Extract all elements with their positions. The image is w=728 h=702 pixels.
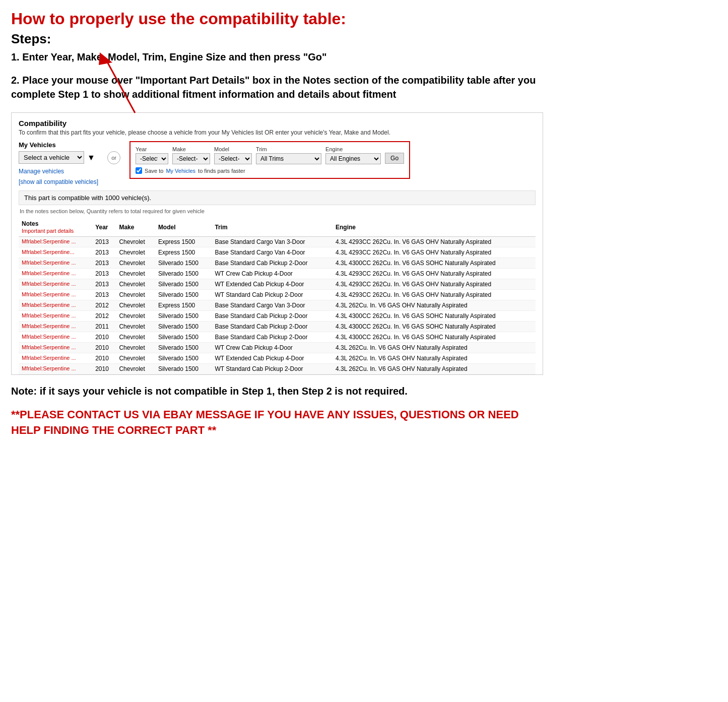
trim-select[interactable]: All Trims: [256, 153, 321, 164]
trim-cell: Base Standard Cargo Van 3-Door: [212, 237, 333, 247]
table-row: Mfrlabel:Serpentine ...2013ChevroletSilv…: [19, 279, 536, 290]
make-cell: Chevrolet: [116, 269, 155, 279]
year-select[interactable]: -Select-: [136, 153, 168, 164]
model-cell: Silverado 1500: [155, 290, 212, 300]
year-cell: 2010: [92, 343, 116, 353]
trim-cell: Base Standard Cargo Van 3-Door: [212, 300, 333, 311]
trim-cell: Base Standard Cab Pickup 2-Door: [212, 258, 333, 269]
contact-text: **PLEASE CONTACT US VIA EBAY MESSAGE IF …: [11, 407, 543, 438]
compatibility-table: Notes Important part details Year Make M…: [19, 218, 536, 374]
table-row: Mfrlabel:Serpentine...2013ChevroletExpre…: [19, 247, 536, 258]
save-suffix: to finds parts faster: [198, 168, 245, 174]
trim-cell: WT Extended Cab Pickup 4-Door: [212, 279, 333, 290]
trim-cell: Base Standard Cab Pickup 2-Door: [212, 332, 333, 343]
notes-cell: Mfrlabel:Serpentine ...: [19, 322, 92, 332]
model-select[interactable]: -Select-: [214, 153, 252, 164]
make-select[interactable]: -Select-: [172, 153, 210, 164]
notes-cell: Mfrlabel:Serpentine ...: [19, 258, 92, 269]
my-vehicles-label: My Vehicles: [19, 141, 98, 149]
engine-select[interactable]: All Engines: [325, 153, 381, 164]
th-trim: Trim: [212, 218, 333, 237]
step1-text: 1. Enter Year, Make, Model, Trim, Engine…: [11, 50, 543, 64]
engine-cell: 4.3L 4300CC 262Cu. In. V6 GAS SOHC Natur…: [333, 311, 536, 322]
trim-label: Trim: [256, 146, 321, 152]
trim-cell: WT Standard Cab Pickup 2-Door: [212, 364, 333, 374]
engine-cell: 4.3L 262Cu. In. V6 GAS OHV Naturally Asp…: [333, 364, 536, 374]
year-cell: 2011: [92, 322, 116, 332]
ym-inputs-row: Year -Select- Make -Select- Model -Selec…: [136, 146, 404, 164]
year-cell: 2013: [92, 247, 116, 258]
engine-cell: 4.3L 4300CC 262Cu. In. V6 GAS SOHC Natur…: [333, 322, 536, 332]
notes-cell: Mfrlabel:Serpentine ...: [19, 300, 92, 311]
table-row: Mfrlabel:Serpentine ...2012ChevroletExpr…: [19, 300, 536, 311]
my-vehicles-save-link[interactable]: My Vehicles: [166, 168, 195, 174]
notes-cell: Mfrlabel:Serpentine ...: [19, 237, 92, 247]
year-col: Year -Select-: [136, 146, 168, 164]
notes-cell: Mfrlabel:Serpentine ...: [19, 311, 92, 322]
compat-controls: My Vehicles Select a vehicle ▼ Manage ve…: [19, 141, 536, 185]
year-cell: 2013: [92, 269, 116, 279]
model-cell: Silverado 1500: [155, 343, 212, 353]
trim-cell: WT Standard Cab Pickup 2-Door: [212, 290, 333, 300]
make-cell: Chevrolet: [116, 332, 155, 343]
table-row: Mfrlabel:Serpentine ...2011ChevroletSilv…: [19, 322, 536, 332]
engine-cell: 4.3L 4293CC 262Cu. In. V6 GAS OHV Natura…: [333, 247, 536, 258]
save-label: Save to: [145, 168, 163, 174]
engine-cell: 4.3L 4293CC 262Cu. In. V6 GAS OHV Natura…: [333, 279, 536, 290]
compatibility-box: Compatibility To confirm that this part …: [11, 112, 543, 375]
step2-text: 2. Place your mouse over "Important Part…: [11, 73, 543, 101]
year-cell: 2013: [92, 258, 116, 269]
compat-info-bar: This part is compatible with 1000 vehicl…: [19, 190, 536, 205]
trim-cell: WT Crew Cab Pickup 4-Door: [212, 343, 333, 353]
compat-subtitle: To confirm that this part fits your vehi…: [19, 129, 536, 136]
my-vehicles-section: My Vehicles Select a vehicle ▼ Manage ve…: [19, 141, 98, 185]
th-year: Year: [92, 218, 116, 237]
note-text: Note: if it says your vehicle is not com…: [11, 384, 543, 398]
table-row: Mfrlabel:Serpentine ...2013ChevroletSilv…: [19, 258, 536, 269]
model-label: Model: [214, 146, 252, 152]
model-cell: Express 1500: [155, 300, 212, 311]
model-cell: Silverado 1500: [155, 311, 212, 322]
notes-cell: Mfrlabel:Serpentine ...: [19, 279, 92, 290]
make-cell: Chevrolet: [116, 364, 155, 374]
model-cell: Silverado 1500: [155, 322, 212, 332]
engine-cell: 4.3L 4293CC 262Cu. In. V6 GAS OHV Natura…: [333, 237, 536, 247]
make-cell: Chevrolet: [116, 300, 155, 311]
table-row: Mfrlabel:Serpentine ...2013ChevroletExpr…: [19, 237, 536, 247]
make-cell: Chevrolet: [116, 279, 155, 290]
vehicle-select-dropdown[interactable]: Select a vehicle: [19, 151, 84, 164]
show-all-link[interactable]: [show all compatible vehicles]: [19, 178, 98, 185]
engine-label: Engine: [325, 146, 381, 152]
make-cell: Chevrolet: [116, 258, 155, 269]
model-col: Model -Select-: [214, 146, 252, 164]
notes-cell: Mfrlabel:Serpentine ...: [19, 332, 92, 343]
engine-col: Engine All Engines: [325, 146, 381, 164]
trim-cell: WT Crew Cab Pickup 4-Door: [212, 269, 333, 279]
year-cell: 2010: [92, 332, 116, 343]
trim-cell: Base Standard Cargo Van 4-Door: [212, 247, 333, 258]
model-cell: Silverado 1500: [155, 332, 212, 343]
year-cell: 2013: [92, 237, 116, 247]
manage-vehicles-link[interactable]: Manage vehicles: [19, 168, 98, 175]
trim-cell: WT Extended Cab Pickup 4-Door: [212, 353, 333, 364]
vehicle-select-row: Select a vehicle ▼: [19, 151, 98, 164]
save-row: Save to My Vehicles to finds parts faste…: [136, 167, 404, 174]
make-cell: Chevrolet: [116, 237, 155, 247]
table-row: Mfrlabel:Serpentine ...2013ChevroletSilv…: [19, 269, 536, 279]
engine-cell: 4.3L 262Cu. In. V6 GAS OHV Naturally Asp…: [333, 300, 536, 311]
notes-cell: Mfrlabel:Serpentine ...: [19, 269, 92, 279]
year-cell: 2013: [92, 279, 116, 290]
trim-col: Trim All Trims: [256, 146, 321, 164]
compat-title: Compatibility: [19, 119, 536, 127]
save-checkbox[interactable]: [136, 167, 142, 174]
go-button[interactable]: Go: [385, 153, 404, 164]
trim-cell: Base Standard Cab Pickup 2-Door: [212, 311, 333, 322]
model-cell: Express 1500: [155, 247, 212, 258]
th-model: Model: [155, 218, 212, 237]
trim-cell: Base Standard Cab Pickup 2-Door: [212, 322, 333, 332]
model-cell: Silverado 1500: [155, 279, 212, 290]
th-notes-sub: Important part details: [22, 228, 74, 234]
or-separator: or: [107, 151, 120, 164]
year-cell: 2010: [92, 364, 116, 374]
year-cell: 2012: [92, 311, 116, 322]
